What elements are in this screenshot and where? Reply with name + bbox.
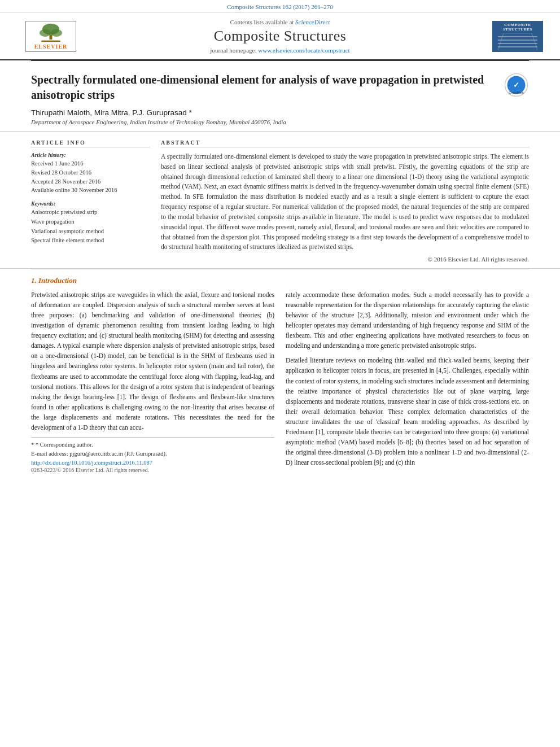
composite-logo-stripes-icon (498, 33, 537, 50)
footnote-email: E-mail address: pjguru@aero.iitb.ac.in (… (31, 449, 274, 458)
composite-structures-logo-area: COMPOSITESTRUCTURES (475, 21, 543, 52)
svg-rect-4 (41, 41, 60, 42)
intro-section-title: 1. Introduction (31, 276, 529, 285)
issn-copyright: 0263-8223/© 2016 Elsevier Ltd. All right… (31, 467, 274, 473)
article-title: Spectrally formulated one-dimensional el… (31, 72, 495, 103)
sciencedirect-line: Contents lists available at ScienceDirec… (90, 19, 470, 25)
article-info-heading: ARTICLE INFO (31, 139, 150, 147)
affiliation: Department of Aerospace Engineering, Ind… (31, 119, 529, 125)
intro-two-col: Pretwisted anisotropic strips are wavegu… (31, 290, 529, 473)
svg-text:✓: ✓ (513, 81, 519, 89)
keywords-block: Keywords: Anisotropic pretwisted strip W… (31, 200, 150, 246)
available-online-line: Available online 30 November 2016 (31, 186, 150, 195)
svg-point-1 (40, 29, 51, 37)
svg-rect-5 (498, 33, 537, 50)
keyword-3: Variational asymptotic method (31, 227, 150, 237)
body-content: 1. Introduction Pretwisted anisotropic s… (0, 269, 560, 479)
composite-logo-box: COMPOSITESTRUCTURES (492, 21, 543, 52)
svg-text:CrossMark: CrossMark (509, 91, 524, 94)
crossmark-icon: ✓ CrossMark (504, 72, 529, 98)
homepage-prefix: journal homepage: (210, 47, 258, 54)
elsevier-text: ELSEVIER (34, 43, 68, 50)
footnote-email-text: E-mail address: pjguru@aero.iitb.ac.in (… (31, 451, 167, 457)
intro-col-right: rately accommodate these deformation mod… (286, 290, 529, 473)
page: Composite Structures 162 (2017) 261–270 (0, 0, 560, 747)
svg-point-2 (51, 29, 62, 37)
article-info-column: ARTICLE INFO Article history: Received 1… (31, 139, 150, 263)
article-info-abstract-section: ARTICLE INFO Article history: Received 1… (0, 132, 560, 269)
keyword-4: Spectral finite element method (31, 236, 150, 246)
journal-reference-bar: Composite Structures 162 (2017) 261–270 (0, 0, 560, 13)
footnote-star-symbol: * (31, 442, 36, 448)
authors: Thirupathi Maloth, Mira Mitra, P.J. Guru… (31, 108, 529, 117)
doi-line[interactable]: http://dx.doi.org/10.1016/j.compstruct.2… (31, 460, 274, 466)
article-title-area: Spectrally formulated one-dimensional el… (0, 61, 560, 132)
journal-center-header: Contents lists available at ScienceDirec… (85, 19, 475, 54)
elsevier-logo-area: ELSEVIER (17, 21, 85, 52)
intro-text-left: Pretwisted anisotropic strips are wavegu… (31, 290, 274, 433)
received-line: Received 1 June 2016 (31, 159, 150, 168)
keyword-1: Anisotropic pretwisted strip (31, 208, 150, 217)
article-title-row: Spectrally formulated one-dimensional el… (31, 72, 529, 103)
abstract-column: ABSTRACT A spectrally formulated one-dim… (161, 139, 529, 263)
svg-rect-3 (49, 35, 52, 40)
intro-text-right: rately accommodate these deformation mod… (286, 290, 529, 351)
intro-text-right-2: Detailed literature reviews on modeling … (286, 355, 529, 468)
accepted-line: Accepted 28 November 2016 (31, 177, 150, 186)
composite-logo-text: COMPOSITESTRUCTURES (503, 23, 532, 32)
abstract-text: A spectrally formulated one-dimensional … (161, 152, 529, 252)
sciencedirect-link[interactable]: ScienceDirect (295, 19, 330, 25)
intro-col-left: Pretwisted anisotropic strips are wavegu… (31, 290, 274, 473)
homepage-link[interactable]: www.elsevier.com/locate/compstruct (258, 47, 349, 54)
journal-title: Composite Structures (90, 28, 470, 45)
revised-line: Revised 28 October 2016 (31, 168, 150, 177)
elsevier-tree-icon (37, 23, 65, 42)
journal-homepage: journal homepage: www.elsevier.com/locat… (90, 47, 470, 54)
keywords-label: Keywords: (31, 200, 150, 207)
history-label: Article history: (31, 152, 150, 158)
elsevier-logo-inner: ELSEVIER (34, 23, 68, 50)
keyword-2: Wave propagation (31, 217, 150, 227)
sciencedirect-prefix: Contents lists available at (230, 19, 295, 25)
footnote-area: * * Corresponding author. E-mail address… (31, 437, 274, 474)
article-history-block: Article history: Received 1 June 2016 Re… (31, 152, 150, 195)
footnote-corresponding: * * Corresponding author. (31, 440, 274, 449)
journal-reference-text: Composite Structures 162 (2017) 261–270 (227, 3, 333, 10)
crossmark-badge[interactable]: ✓ CrossMark (504, 72, 529, 98)
elsevier-logo-box: ELSEVIER (25, 21, 76, 52)
copyright-line: © 2016 Elsevier Ltd. All rights reserved… (161, 256, 529, 263)
abstract-heading: ABSTRACT (161, 139, 529, 147)
footnote-corresponding-text: * Corresponding author. (36, 442, 93, 448)
journal-header: ELSEVIER Contents lists available at Sci… (0, 13, 560, 60)
elsevier-logo: ELSEVIER (17, 21, 85, 52)
